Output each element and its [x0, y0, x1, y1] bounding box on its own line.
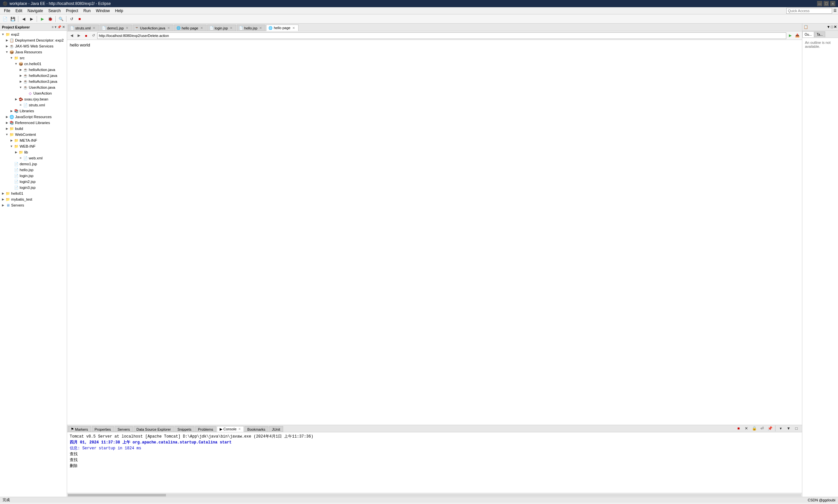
- menu-window[interactable]: Window: [93, 8, 113, 14]
- tab-close-hello-page-2[interactable]: ✕: [292, 26, 296, 30]
- tree-node-src[interactable]: ▼ 📁 src: [0, 55, 67, 61]
- tree-node-helloaction3[interactable]: ▶ ☕ helloAction3.java: [0, 78, 67, 85]
- tree-node-jaxws[interactable]: ▶ ☕ JAX-WS Web Services: [0, 43, 67, 49]
- tree-node-web-xml[interactable]: ✕ 📄 web.xml: [0, 155, 67, 161]
- console-tab-datasource[interactable]: Data Source Explorer: [133, 426, 174, 432]
- tree-arrow-mybatis[interactable]: ▶: [1, 198, 5, 201]
- console-tab-pin[interactable]: ✕: [238, 428, 241, 431]
- tree-arrow-cnhello01[interactable]: ▼: [14, 62, 18, 66]
- tree-node-login3-jsp[interactable]: 📄 login3.jsp: [0, 184, 67, 191]
- tree-arrow-exp2[interactable]: ▼: [1, 33, 5, 36]
- tree-node-mybatis[interactable]: ▶ 📁 mybatis_test: [0, 196, 67, 202]
- tree-node-exp2[interactable]: ▼ 📁 exp2: [0, 32, 67, 37]
- tree-arrow-referenced-libraries[interactable]: ▶: [4, 121, 9, 124]
- tree-node-sxau-bean[interactable]: ▶ 🫘 sxau.rjxy.bean: [0, 96, 67, 102]
- console-pin-button[interactable]: 📌: [766, 425, 773, 432]
- menu-run[interactable]: Run: [81, 8, 93, 14]
- horizontal-scrollbar[interactable]: [67, 493, 802, 497]
- tree-node-helloaction1[interactable]: ▶ ☕ helloAction.java: [0, 67, 67, 73]
- tree-arrow-helloaction3[interactable]: ▶: [18, 80, 23, 83]
- tree-arrow-jaxws[interactable]: ▶: [4, 44, 9, 48]
- tab-login-jsp[interactable]: 📄 login.jsp ✕: [207, 24, 236, 31]
- outline-panel-maximize[interactable]: □: [831, 25, 833, 29]
- tree-node-login-jsp[interactable]: 📄 login.jsp: [0, 173, 67, 179]
- tree-node-java-resources[interactable]: ▼ 📦 Java Resources: [0, 49, 67, 55]
- tree-node-build[interactable]: ▶ 📁 build: [0, 126, 67, 131]
- tree-arrow-deployment[interactable]: ▶: [4, 39, 9, 42]
- console-tab-problems[interactable]: Problems: [195, 426, 216, 432]
- tab-hello-page-1[interactable]: 🌐 hello page ✕: [174, 24, 207, 31]
- tree-arrow-meta-inf[interactable]: ▶: [9, 139, 14, 142]
- addr-stop-button[interactable]: ■: [83, 32, 89, 39]
- toolbar-run-button[interactable]: ▶: [39, 15, 46, 22]
- console-tab-servers[interactable]: Servers: [114, 426, 133, 432]
- tree-arrow-servers[interactable]: ▶: [1, 203, 5, 207]
- tab-demo1-jsp[interactable]: 📄 demo1.jsp ✕: [100, 24, 132, 31]
- tree-arrow-lib[interactable]: ▶: [14, 150, 18, 154]
- tree-arrow-useraction-java[interactable]: ▼: [18, 86, 23, 89]
- tree-node-useraction-java[interactable]: ▼ ☕ UserAction.java: [0, 85, 67, 90]
- tree-node-deployment[interactable]: ▶ 📋 Deployment Descriptor: exp2: [0, 37, 67, 43]
- toolbar-new-button[interactable]: 📄: [1, 15, 8, 22]
- outline-panel-minimize[interactable]: ▼: [826, 25, 830, 29]
- tree-node-servers[interactable]: ▶ 🖥 Servers: [0, 202, 67, 208]
- console-minimize-button[interactable]: ▼: [785, 425, 792, 432]
- tree-node-libraries[interactable]: ▶ 📚 Libraries: [0, 108, 67, 114]
- tree-arrow-web-inf[interactable]: ▼: [9, 145, 14, 148]
- console-menu-button[interactable]: ▾: [777, 425, 784, 432]
- addr-go-button[interactable]: ▶: [787, 32, 794, 39]
- tree-arrow-build[interactable]: ▶: [4, 127, 9, 130]
- tree-arrow-src[interactable]: ▼: [9, 56, 14, 59]
- tab-close-struts[interactable]: ✕: [92, 26, 96, 30]
- scrollbar-thumb[interactable]: [68, 494, 166, 497]
- tree-arrow-webcontent[interactable]: ▼: [4, 133, 9, 136]
- console-tab-snippets[interactable]: Snippets: [175, 426, 194, 432]
- tree-node-web-inf[interactable]: ▼ 📁 WEB-INF: [0, 143, 67, 149]
- toolbar-forward-button[interactable]: ▶: [28, 15, 35, 22]
- tree-node-webcontent[interactable]: ▼ 📁 WebContent: [0, 131, 67, 138]
- console-tab-properties[interactable]: Properties: [92, 426, 114, 432]
- tree-arrow-helloaction2[interactable]: ▶: [18, 74, 23, 77]
- toolbar-stop-button[interactable]: ■: [76, 15, 83, 22]
- tree-node-js-resources[interactable]: ▶ 🌐 JavaScript Resources: [0, 114, 67, 120]
- toolbar-debug-button[interactable]: 🐞: [47, 15, 54, 22]
- tree-node-cnhello01[interactable]: ▼ 📦 cn.hello01: [0, 61, 67, 67]
- console-tab-console[interactable]: ▶ Console ✕: [217, 426, 244, 432]
- tree-node-helloaction2[interactable]: ▶ ☕ helloAction2.java: [0, 73, 67, 78]
- tree-arrow-hello01[interactable]: ▶: [1, 192, 5, 195]
- toolbar-back-button[interactable]: ◀: [20, 15, 27, 22]
- menu-help[interactable]: Help: [113, 8, 126, 14]
- tree-node-lib[interactable]: ▶ 📁 lib: [0, 149, 67, 155]
- tree-arrow-sxau-bean[interactable]: ▶: [14, 97, 18, 101]
- menu-navigate[interactable]: Navigate: [25, 8, 46, 14]
- tab-close-demo1[interactable]: ✕: [125, 26, 129, 30]
- menu-search[interactable]: Search: [46, 8, 63, 14]
- pe-collapse-icon[interactable]: ≡: [52, 25, 54, 29]
- toolbar-search-button[interactable]: 🔍: [57, 15, 65, 22]
- tree-node-login2-jsp[interactable]: 📄 login2.jsp: [0, 179, 67, 184]
- tree-node-struts-xml[interactable]: ✕ 📄 struts.xml: [0, 102, 67, 108]
- console-clear-button[interactable]: ✕: [743, 425, 750, 432]
- tree-arrow-java-resources[interactable]: ▼: [4, 50, 9, 54]
- outline-panel-close[interactable]: ✕: [834, 25, 837, 29]
- toolbar-refresh-button[interactable]: ↺: [68, 15, 75, 22]
- addr-open-button[interactable]: 📤: [794, 32, 801, 39]
- right-tab-outline[interactable]: Ou...: [802, 32, 814, 37]
- tree-node-useraction-class[interactable]: ◇ UserAction: [0, 90, 67, 96]
- tree-node-hello01[interactable]: ▶ 📁 hello01: [0, 191, 67, 196]
- tree-arrow-js-resources[interactable]: ▶: [4, 115, 9, 119]
- tree-arrow-libraries[interactable]: ▶: [9, 109, 14, 112]
- console-maximize-button[interactable]: □: [793, 425, 800, 432]
- tab-useraction-java[interactable]: ☕ UserAction.java ✕: [132, 24, 174, 31]
- scrollbar-track[interactable]: [68, 494, 801, 497]
- minimize-button[interactable]: —: [817, 1, 822, 6]
- console-word-wrap-button[interactable]: ⏎: [759, 425, 766, 432]
- quick-access-input[interactable]: [786, 8, 832, 14]
- tree-node-hello-jsp[interactable]: 📄 hello.jsp: [0, 167, 67, 173]
- menu-project[interactable]: Project: [63, 8, 81, 14]
- console-tab-bookmarks[interactable]: Bookmarks: [245, 426, 268, 432]
- console-scroll-lock-button[interactable]: 🔒: [751, 425, 758, 432]
- console-stop-button[interactable]: ■: [735, 425, 742, 432]
- maximize-button[interactable]: ☐: [824, 1, 829, 6]
- tab-close-hello-page-1[interactable]: ✕: [200, 26, 203, 30]
